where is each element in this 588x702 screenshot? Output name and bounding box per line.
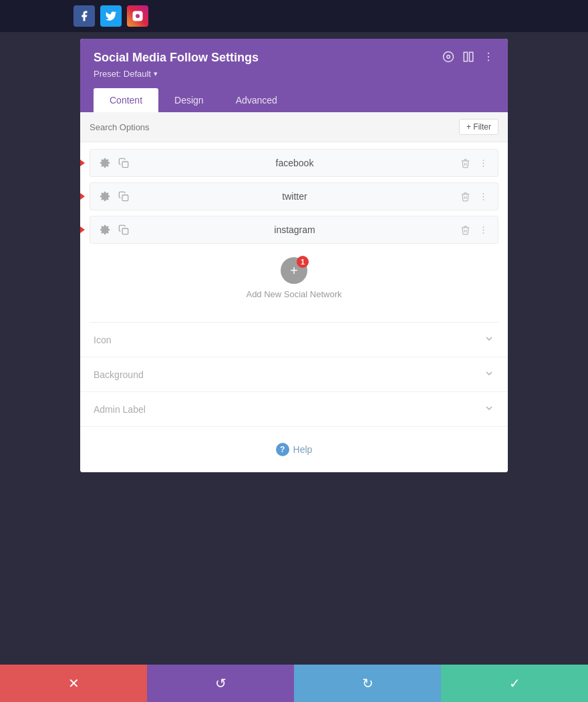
row-left-icons	[98, 156, 130, 170]
add-new-button[interactable]: + 1 Add New Social Network	[90, 249, 498, 315]
table-row: instagram	[90, 216, 498, 244]
delete-icon[interactable]	[459, 190, 472, 203]
network-name-instagram: instagram	[130, 224, 459, 235]
action-bar: ✕ ↺ ↻ ✓	[0, 665, 588, 702]
settings-icon[interactable]	[98, 190, 112, 203]
svg-point-15	[483, 196, 484, 197]
modal-title: Social Media Follow Settings	[94, 51, 259, 65]
table-row: facebook	[90, 149, 498, 177]
save-button[interactable]: ✓	[441, 665, 588, 702]
network-name-twitter: twitter	[130, 191, 459, 202]
more-options-icon[interactable]	[477, 224, 490, 236]
help-label: Help	[293, 444, 313, 455]
settings-icon[interactable]	[98, 223, 112, 236]
row-left-icons	[98, 223, 130, 236]
tabs: Content Design Advanced	[94, 88, 494, 112]
svg-point-12	[483, 165, 484, 166]
svg-point-7	[488, 56, 489, 57]
modal-header: Social Media Follow Settings Preset: Def…	[80, 39, 508, 112]
preset-label: Preset: Default	[94, 69, 151, 79]
preset-arrow-icon: ▾	[154, 69, 158, 78]
add-badge: 1	[297, 256, 309, 268]
arrow-indicator-facebook	[80, 160, 85, 166]
svg-point-10	[483, 160, 484, 161]
accordion-background-label: Background	[94, 369, 144, 380]
network-list: facebook	[80, 142, 508, 322]
filter-button[interactable]: + Filter	[459, 119, 498, 135]
modal-body: facebook	[80, 142, 508, 472]
arrow-indicator-instagram	[80, 226, 85, 233]
delete-icon[interactable]	[459, 224, 472, 236]
settings-icon[interactable]	[98, 156, 112, 170]
help-button[interactable]: ? Help	[80, 427, 508, 472]
accordion-icon[interactable]: Icon	[80, 323, 508, 357]
settings-modal: Social Media Follow Settings Preset: Def…	[80, 39, 508, 472]
undo-button[interactable]: ↺	[147, 665, 294, 702]
facebook-top-icon[interactable]	[74, 5, 95, 27]
svg-point-3	[447, 55, 450, 59]
tab-design[interactable]: Design	[158, 88, 220, 112]
row-left-icons	[98, 190, 130, 203]
arrow-indicator-twitter	[80, 193, 85, 200]
columns-icon[interactable]	[462, 51, 474, 65]
svg-point-19	[483, 229, 484, 230]
svg-rect-9	[122, 162, 128, 168]
accordion-admin-label-text: Admin Label	[94, 404, 146, 415]
svg-point-16	[483, 198, 484, 200]
svg-point-14	[483, 193, 484, 194]
svg-point-18	[483, 226, 484, 228]
search-bar: + Filter	[80, 112, 508, 142]
row-right-icons	[459, 190, 490, 203]
svg-point-20	[483, 232, 484, 233]
help-icon: ?	[276, 443, 289, 456]
copy-icon[interactable]	[117, 223, 130, 236]
more-options-icon[interactable]	[477, 190, 490, 203]
preset-row[interactable]: Preset: Default ▾	[94, 65, 494, 88]
delete-icon[interactable]	[459, 157, 472, 170]
add-circle-icon: + 1	[281, 257, 307, 284]
instagram-top-icon[interactable]	[127, 5, 148, 27]
accordion-icon-arrow	[484, 333, 494, 346]
top-bar	[0, 0, 588, 32]
accordion-icon-label: Icon	[94, 335, 111, 345]
target-icon[interactable]	[442, 51, 454, 65]
svg-point-11	[483, 162, 484, 164]
table-row: twitter	[90, 182, 498, 210]
header-icons	[442, 51, 494, 65]
twitter-top-icon[interactable]	[100, 5, 122, 27]
accordion-background-arrow	[484, 368, 494, 381]
more-options-icon[interactable]	[477, 157, 490, 170]
redo-button[interactable]: ↻	[294, 665, 441, 702]
svg-rect-13	[122, 195, 128, 201]
copy-icon[interactable]	[117, 156, 130, 170]
svg-point-2	[444, 52, 454, 62]
accordion-background[interactable]: Background	[80, 357, 508, 392]
copy-icon[interactable]	[117, 190, 130, 203]
svg-point-6	[488, 53, 489, 54]
row-right-icons	[459, 224, 490, 236]
more-icon[interactable]	[482, 51, 494, 65]
svg-point-8	[488, 59, 489, 61]
cancel-button[interactable]: ✕	[0, 665, 147, 702]
accordion-admin-arrow	[484, 403, 494, 415]
svg-rect-5	[470, 52, 473, 61]
network-name-facebook: facebook	[130, 158, 459, 168]
accordion-admin-label[interactable]: Admin Label	[80, 392, 508, 427]
add-new-label: Add New Social Network	[246, 289, 341, 299]
search-input[interactable]	[90, 122, 459, 132]
svg-rect-4	[464, 52, 467, 61]
svg-rect-17	[122, 228, 128, 234]
row-right-icons	[459, 157, 490, 170]
tab-content[interactable]: Content	[94, 88, 158, 112]
tab-advanced[interactable]: Advanced	[220, 88, 293, 112]
